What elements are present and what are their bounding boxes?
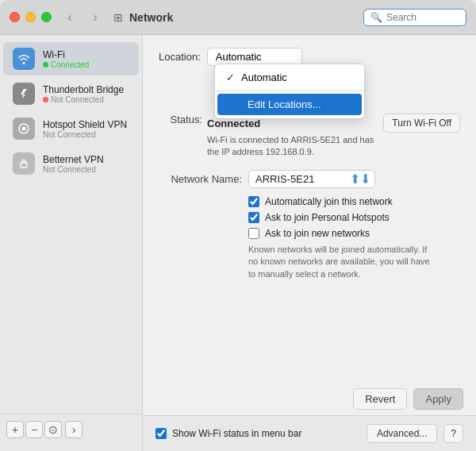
revert-button[interactable]: Revert xyxy=(353,388,407,410)
bottom-bar: Show Wi-Fi status in menu bar Advanced..… xyxy=(143,415,476,451)
vpn-icon xyxy=(13,152,35,175)
help-button[interactable]: ? xyxy=(443,424,463,443)
wifi-item-text: Wi-Fi Connected xyxy=(43,49,89,69)
checkmark-icon: ✓ xyxy=(226,71,235,83)
add-network-button[interactable]: + xyxy=(6,421,24,438)
dropdown-edit-label: Edit Locations... xyxy=(248,98,321,110)
hotspot-name: Hotspot Shield VPN xyxy=(43,119,127,130)
show-wifi-row: Show Wi-Fi status in menu bar xyxy=(155,428,301,439)
network-name-row: Network Name: ARRIS-5E21 ⬆⬇ xyxy=(159,170,460,188)
checkbox-personal-hotspot: Ask to join Personal Hotspots xyxy=(248,212,460,223)
betternet-status: Not Connected xyxy=(43,165,104,174)
betternet-name: Betternet VPN xyxy=(43,154,104,165)
hint-text: Known networks will be joined automatica… xyxy=(248,244,439,280)
status-label: Status: xyxy=(159,114,202,125)
checkbox-auto-join: Automatically join this network xyxy=(248,196,460,207)
thunderbolt-status-dot xyxy=(43,97,48,102)
nav-buttons: ‹ › xyxy=(60,10,106,25)
dropdown-automatic-label: Automatic xyxy=(241,71,287,83)
dropdown-divider xyxy=(215,91,364,91)
search-icon: 🔍 xyxy=(370,12,382,23)
dropdown-item-edit[interactable]: Edit Locations... xyxy=(217,94,362,115)
svg-rect-2 xyxy=(21,163,27,168)
thunderbolt-status: Not Connected xyxy=(43,95,124,104)
personal-hotspot-checkbox[interactable] xyxy=(248,212,259,223)
network-name-select[interactable]: ARRIS-5E21 xyxy=(248,170,375,188)
thunderbolt-item-text: Thunderbolt Bridge Not Connected xyxy=(43,84,124,104)
checkbox-new-networks: Ask to join new networks xyxy=(248,228,460,239)
sidebar-controls: + − ⊙ › xyxy=(0,414,142,445)
status-inner: Connected Turn Wi-Fi Off Wi-Fi is connec… xyxy=(207,114,460,159)
network-select-wrapper: ARRIS-5E21 ⬆⬇ xyxy=(248,170,375,188)
maximize-button[interactable] xyxy=(41,12,52,22)
show-wifi-label[interactable]: Show Wi-Fi status in menu bar xyxy=(172,428,301,439)
chevron-button[interactable]: › xyxy=(65,421,83,438)
hotspot-status: Not Connected xyxy=(43,130,127,139)
turn-wifi-off-button[interactable]: Turn Wi-Fi Off xyxy=(383,114,460,133)
betternet-item-text: Betternet VPN Not Connected xyxy=(43,154,104,174)
location-dropdown-overlay: ✓ Automatic Edit Locations... xyxy=(214,64,365,119)
thunderbolt-name: Thunderbolt Bridge xyxy=(43,84,124,95)
apply-button[interactable]: Apply xyxy=(413,388,463,410)
location-label: Location: xyxy=(159,51,201,63)
wifi-status: Connected xyxy=(43,60,89,69)
network-name-label: Network Name: xyxy=(159,173,242,185)
sidebar-item-wifi[interactable]: Wi-Fi Connected xyxy=(3,42,139,75)
new-networks-checkbox[interactable] xyxy=(248,228,259,239)
auto-join-label[interactable]: Automatically join this network xyxy=(265,196,393,207)
grid-icon: ⊞ xyxy=(113,11,123,24)
wifi-status-dot xyxy=(43,62,48,67)
status-section: Status: Connected Turn Wi-Fi Off Wi-Fi i… xyxy=(159,114,460,159)
bottom-right-buttons: Advanced... ? xyxy=(367,424,463,443)
search-input[interactable] xyxy=(386,12,459,23)
sidebar-item-thunderbolt[interactable]: Thunderbolt Bridge Not Connected xyxy=(3,77,139,110)
hotspot-icon xyxy=(13,118,35,140)
back-button[interactable]: ‹ xyxy=(60,10,80,25)
sidebar-item-betternet[interactable]: Betternet VPN Not Connected xyxy=(3,147,139,180)
advanced-button[interactable]: Advanced... xyxy=(367,424,437,443)
traffic-lights xyxy=(10,12,52,22)
remove-network-button[interactable]: − xyxy=(25,421,43,438)
auto-join-checkbox[interactable] xyxy=(248,196,259,207)
dropdown-item-automatic[interactable]: ✓ Automatic xyxy=(215,67,364,88)
new-networks-label[interactable]: Ask to join new networks xyxy=(265,228,370,239)
wifi-name: Wi-Fi xyxy=(43,49,89,60)
content-area: Location: Automatic ✓ Automatic Edit Loc… xyxy=(143,35,476,451)
hotspot-item-text: Hotspot Shield VPN Not Connected xyxy=(43,119,127,139)
close-button[interactable] xyxy=(10,12,20,22)
minimize-button[interactable] xyxy=(25,12,36,22)
status-details: Wi-Fi is connected to ARRIS-5E21 and has… xyxy=(207,134,382,159)
forward-button[interactable]: › xyxy=(85,10,106,25)
svg-point-1 xyxy=(22,127,26,131)
titlebar: ‹ › ⊞ Network 🔍 xyxy=(0,0,476,35)
personal-hotspot-label[interactable]: Ask to join Personal Hotspots xyxy=(265,212,390,223)
sidebar-item-hotspot[interactable]: Hotspot Shield VPN Not Connected xyxy=(3,112,139,145)
sidebar: Wi-Fi Connected Thunderbolt Bridge Not C… xyxy=(0,35,143,451)
wifi-icon xyxy=(13,48,35,70)
thunderbolt-icon xyxy=(13,83,35,105)
window-title: Network xyxy=(129,11,363,24)
action-buttons-row: Revert Apply xyxy=(353,388,463,410)
main-container: Wi-Fi Connected Thunderbolt Bridge Not C… xyxy=(0,35,476,451)
search-box[interactable]: 🔍 xyxy=(363,9,466,26)
show-wifi-checkbox[interactable] xyxy=(155,428,167,439)
action-network-button[interactable]: ⊙ xyxy=(44,421,62,438)
